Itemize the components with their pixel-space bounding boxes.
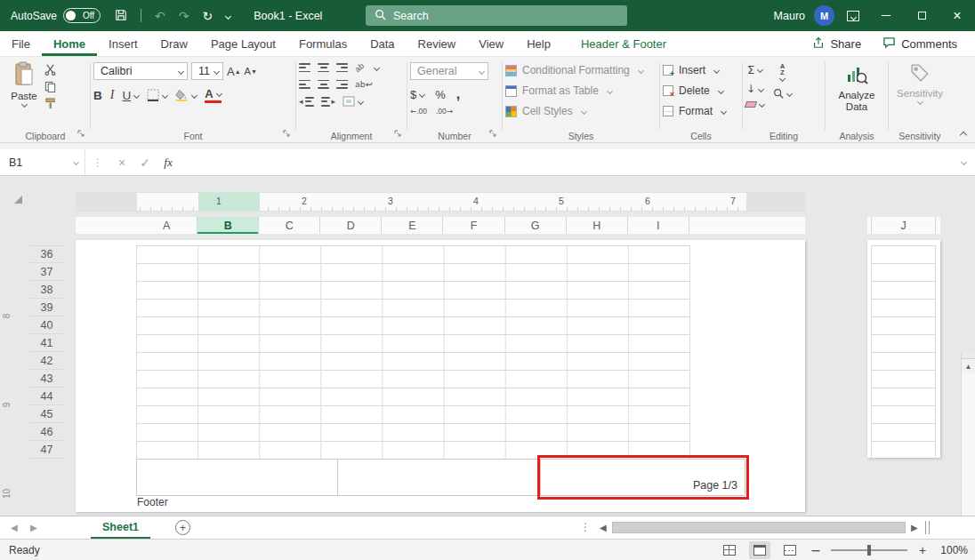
copy-icon[interactable] <box>44 81 56 92</box>
formula-input[interactable] <box>180 149 958 175</box>
ribbon-display-options-icon[interactable] <box>847 11 859 21</box>
font-name-select[interactable]: Calibri <box>93 62 188 80</box>
fill-color-icon[interactable] <box>175 89 197 101</box>
align-right-icon[interactable] <box>336 80 348 89</box>
font-color-icon[interactable]: A <box>205 88 221 103</box>
share-button[interactable]: Share <box>812 36 861 52</box>
insert-function-button[interactable]: fx <box>157 156 180 170</box>
number-format-select[interactable]: General <box>410 62 488 80</box>
column-header-d[interactable]: D <box>320 217 382 234</box>
font-dialog-launcher[interactable] <box>283 127 291 140</box>
row-header[interactable]: 40 <box>29 316 64 334</box>
cancel-icon[interactable]: × <box>110 156 133 170</box>
sort-filter-icon[interactable]: AZ <box>773 63 792 81</box>
underline-button[interactable]: U <box>122 89 131 102</box>
zoom-in-icon[interactable]: + <box>916 543 929 557</box>
italic-button[interactable]: I <box>110 88 115 102</box>
align-left-icon[interactable] <box>299 80 310 89</box>
user-avatar[interactable]: M <box>814 5 834 26</box>
analyze-data-button[interactable]: Analyze Data <box>828 62 885 113</box>
normal-view-button[interactable] <box>719 541 740 559</box>
increase-indent-icon[interactable]: ▸ <box>321 97 336 106</box>
tab-header-footer[interactable]: Header & Footer <box>569 31 678 56</box>
column-header-a[interactable]: A <box>136 217 197 234</box>
row-header[interactable]: 43 <box>29 370 64 388</box>
column-header-c[interactable]: C <box>259 217 320 234</box>
hscroll-left-icon[interactable]: ◀ <box>600 516 607 539</box>
row-header[interactable]: 46 <box>29 423 64 441</box>
zoom-out-icon[interactable]: − <box>810 543 822 557</box>
sheet-nav-left-icon[interactable]: ◀ <box>11 516 18 539</box>
autosum-button[interactable]: Σ <box>745 63 764 76</box>
tab-view[interactable]: View <box>467 31 515 56</box>
close-button[interactable]: × <box>939 0 975 31</box>
paste-button[interactable]: Paste <box>4 61 44 109</box>
accounting-format-icon[interactable]: $ <box>410 88 416 101</box>
format-as-table-button[interactable]: Format as Table <box>505 84 657 97</box>
customize-toolbar-chevron-icon[interactable] <box>226 10 230 22</box>
footer-left-section[interactable] <box>136 459 338 496</box>
expand-formula-bar-icon[interactable] <box>958 156 975 169</box>
tab-draw[interactable]: Draw <box>149 31 199 56</box>
clipboard-dialog-launcher[interactable] <box>77 127 85 140</box>
row-header[interactable]: 44 <box>29 388 64 405</box>
comma-style-icon[interactable]: , <box>456 86 460 102</box>
sync-icon[interactable]: ↻ <box>203 10 214 22</box>
save-icon[interactable] <box>115 9 127 23</box>
sensitivity-button[interactable]: Sensitivity <box>891 62 948 104</box>
borders-icon[interactable] <box>147 89 167 101</box>
cut-icon[interactable] <box>44 64 56 76</box>
minimize-button[interactable] <box>868 0 904 31</box>
decrease-decimal-icon[interactable]: .00→ <box>436 107 453 116</box>
footer-center-section[interactable] <box>338 459 541 496</box>
tab-split-handle[interactable] <box>925 521 930 534</box>
hscroll-right-icon[interactable]: ▶ <box>911 516 918 539</box>
merge-center-icon[interactable] <box>342 96 363 107</box>
increase-font-size-icon[interactable]: A▲ <box>227 65 241 78</box>
tab-home[interactable]: Home <box>42 31 97 56</box>
insert-cells-button[interactable]: + Insert <box>663 64 739 76</box>
decrease-font-size-icon[interactable]: A▼ <box>245 66 257 76</box>
ruler-corner-marker[interactable] <box>14 196 22 204</box>
page-layout-view-button[interactable] <box>749 541 770 559</box>
collapse-ribbon-icon[interactable] <box>960 132 967 139</box>
maximize-button[interactable] <box>904 0 939 31</box>
format-painter-icon[interactable] <box>44 98 56 109</box>
tab-page-layout[interactable]: Page Layout <box>199 31 287 56</box>
next-page-grid[interactable] <box>871 245 936 460</box>
search-input[interactable]: Search <box>366 5 627 26</box>
enter-icon[interactable]: ✓ <box>133 156 157 170</box>
alignment-dialog-launcher[interactable] <box>394 127 402 140</box>
comments-button[interactable]: Comments <box>882 36 957 52</box>
row-header[interactable]: 47 <box>29 441 64 459</box>
tab-insert[interactable]: Insert <box>97 31 149 56</box>
zoom-slider-thumb[interactable] <box>867 545 871 556</box>
column-header-j[interactable]: J <box>871 217 936 234</box>
row-header[interactable]: 41 <box>29 334 64 352</box>
split-handle[interactable] <box>962 352 975 359</box>
tab-bar-drag-handle[interactable]: ⋮ <box>580 521 591 533</box>
find-select-icon[interactable] <box>773 88 792 99</box>
new-sheet-button[interactable]: + <box>175 520 190 535</box>
redo-icon[interactable]: ↷ <box>179 10 189 22</box>
increase-decimal-icon[interactable]: ←.00 <box>410 107 427 116</box>
column-header-e[interactable]: E <box>382 217 443 234</box>
tab-help[interactable]: Help <box>515 31 562 56</box>
row-header[interactable]: 37 <box>29 263 64 281</box>
horizontal-scroll-thumb[interactable] <box>612 522 906 533</box>
autosave-toggle[interactable]: Off <box>63 8 101 23</box>
sheet-tab-sheet1[interactable]: Sheet1 <box>91 516 150 539</box>
column-header-b-selected[interactable]: B <box>197 217 259 234</box>
page-break-view-button[interactable] <box>779 541 801 559</box>
delete-cells-button[interactable]: × Delete <box>663 84 739 97</box>
column-header-i[interactable]: I <box>628 217 689 234</box>
middle-align-icon[interactable] <box>318 63 329 72</box>
decrease-indent-icon[interactable]: ◂ <box>299 97 314 106</box>
tab-file[interactable]: File <box>0 31 42 56</box>
conditional-formatting-button[interactable]: Conditional Formatting <box>505 64 657 76</box>
row-header[interactable]: 39 <box>29 299 64 316</box>
bottom-align-icon[interactable] <box>336 63 348 72</box>
font-size-select[interactable]: 11 <box>191 62 223 80</box>
name-box[interactable]: B1 <box>0 149 85 175</box>
tab-review[interactable]: Review <box>407 31 468 56</box>
